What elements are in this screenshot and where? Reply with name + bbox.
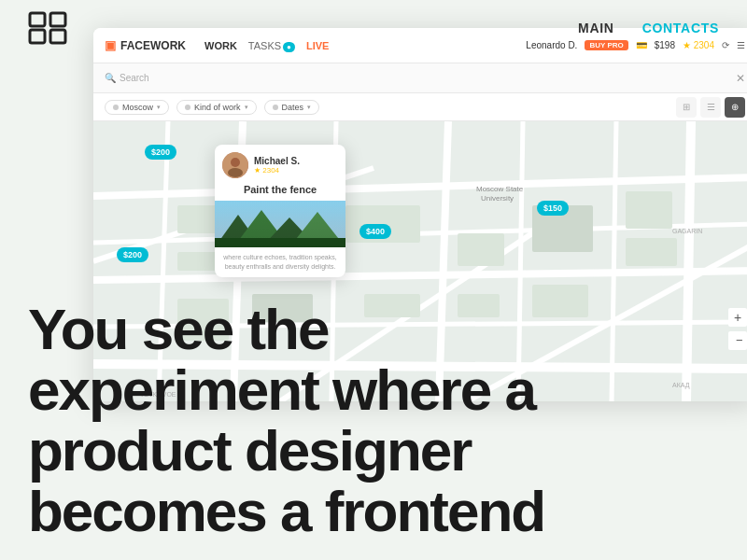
price-bubble-2[interactable]: $200 — [117, 247, 148, 262]
svg-rect-2 — [30, 30, 45, 43]
filter-actions: ⊞ ☰ ⊕ — [676, 97, 745, 118]
svg-rect-23 — [177, 252, 219, 271]
filter-dates-label: Dates — [282, 103, 304, 112]
app-filterbar: Moscow ▾ Kind of work ▾ Dates ▾ ⊞ ☰ ⊕ — [93, 93, 747, 121]
svg-text:GAGARIN: GAGARIN — [672, 228, 702, 234]
nav-links: MAIN CONTACTS — [578, 21, 719, 35]
filter-kind-label: Kind of work — [194, 103, 241, 112]
logo-icon — [28, 11, 67, 45]
profile-card-name: Michael S. — [254, 156, 300, 166]
hero-title-line2: experiment where a — [28, 359, 719, 420]
profile-card-image — [215, 201, 345, 247]
hero-title-line4: becomes a frontend — [28, 481, 719, 541]
logo[interactable] — [28, 11, 67, 45]
profile-card-desc: where culture echoes, tradition speaks, … — [215, 247, 345, 277]
hero-title: You see the experiment where a product d… — [28, 299, 719, 541]
svg-text:University: University — [481, 194, 514, 203]
app-searchbar: 🔍 Search ✕ — [93, 63, 747, 93]
filter-dot — [113, 105, 119, 110]
price-bubble-3[interactable]: $400 — [359, 224, 391, 239]
search-icon: 🔍 — [105, 73, 116, 83]
chevron-down-icon-2: ▾ — [245, 104, 248, 111]
nav-main-link[interactable]: MAIN — [578, 21, 614, 35]
svg-rect-24 — [458, 233, 504, 266]
svg-rect-1 — [50, 13, 65, 26]
svg-rect-26 — [626, 191, 672, 229]
profile-card-info: Michael S. ★ 2304 — [254, 156, 300, 175]
price-bubble-4[interactable]: $150 — [537, 201, 569, 216]
profile-card[interactable]: Michael S. ★ 2304 Paint the fence — [215, 145, 345, 277]
svg-rect-3 — [50, 30, 65, 43]
app-search-placeholder: Search — [120, 73, 149, 83]
nav-contacts-link[interactable]: CONTACTS — [642, 21, 719, 35]
filter-dates[interactable]: Dates ▾ — [264, 100, 320, 115]
svg-rect-27 — [626, 238, 677, 266]
profile-card-rating: ★ 2304 — [254, 166, 300, 175]
filter-moscow[interactable]: Moscow ▾ — [105, 100, 169, 115]
main-nav: MAIN CONTACTS — [0, 0, 747, 56]
hero-title-line3: product designer — [28, 420, 719, 481]
chevron-down-icon: ▾ — [157, 104, 161, 111]
filter-dot-2 — [185, 105, 190, 110]
grid-view-button[interactable]: ⊞ — [676, 97, 697, 118]
list-view-button[interactable]: ☰ — [700, 97, 721, 118]
map-view-button[interactable]: ⊕ — [725, 97, 745, 118]
hero-title-line1: You see the — [28, 299, 719, 359]
filter-kind[interactable]: Kind of work ▾ — [176, 100, 257, 115]
app-close-button[interactable]: ✕ — [736, 72, 745, 85]
svg-text:Moscow State: Moscow State — [476, 185, 524, 193]
app-search-area[interactable]: 🔍 Search — [105, 73, 728, 83]
svg-point-44 — [228, 168, 243, 177]
price-bubble-1[interactable]: $200 — [145, 145, 176, 160]
hero-text: You see the experiment where a product d… — [0, 299, 747, 560]
filter-moscow-label: Moscow — [122, 103, 153, 112]
profile-card-title: Paint the fence — [215, 182, 345, 201]
profile-card-avatar — [222, 152, 248, 178]
svg-point-43 — [231, 158, 240, 167]
svg-rect-0 — [30, 13, 45, 26]
filter-dot-3 — [273, 105, 278, 110]
card-image-overlay — [215, 201, 345, 247]
profile-card-header: Michael S. ★ 2304 — [215, 145, 345, 182]
chevron-down-icon-3: ▾ — [307, 104, 311, 111]
